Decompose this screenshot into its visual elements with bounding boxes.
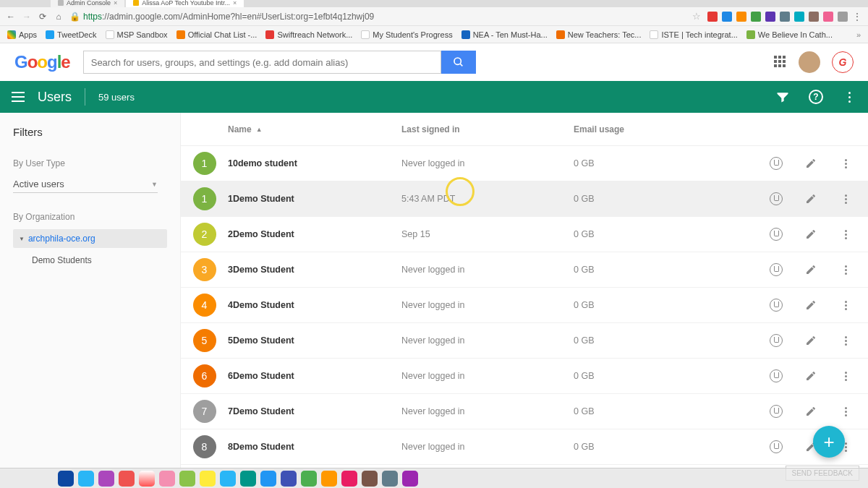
dock-app-icon[interactable] — [321, 471, 337, 487]
bookmark-item[interactable]: New Teachers: Tec... — [556, 30, 642, 39]
dock-app-icon[interactable] — [139, 471, 155, 487]
table-row[interactable]: 3 3Demo Student Never logged in 0 GB — [181, 252, 868, 288]
dock-app-icon[interactable] — [78, 471, 94, 487]
bookmark-item[interactable]: MSP Sandbox — [106, 30, 168, 39]
reset-password-icon[interactable] — [770, 369, 783, 382]
chrome-menu-icon[interactable]: ⋮ — [852, 12, 862, 22]
dock-app-icon[interactable] — [362, 471, 378, 487]
reload-icon[interactable]: ⟳ — [38, 12, 48, 22]
search-input[interactable] — [83, 51, 441, 74]
dock-app-icon[interactable] — [382, 471, 398, 487]
table-row[interactable]: 4 4Demo Student Never logged in 0 GB — [181, 288, 868, 323]
edit-icon[interactable] — [804, 263, 817, 276]
dock-app-icon[interactable] — [240, 471, 256, 487]
google-logo[interactable]: Google — [14, 52, 70, 72]
reset-password-icon[interactable] — [770, 299, 783, 312]
table-row[interactable]: 7 7Demo Student Never logged in 0 GB — [181, 394, 868, 429]
email-usage: 0 GB — [574, 158, 747, 168]
edit-icon[interactable] — [804, 334, 817, 347]
url-field[interactable]: 🔒https://admin.google.com/AdminHome?hl=e… — [69, 12, 686, 22]
bookmarks-overflow-icon[interactable]: » — [856, 30, 861, 39]
table-row[interactable]: 1 10demo student Never logged in 0 GB — [181, 146, 868, 181]
reset-password-icon[interactable] — [770, 334, 783, 347]
edit-icon[interactable] — [804, 228, 817, 241]
dock-app-icon[interactable] — [119, 471, 135, 487]
column-name[interactable]: Name▲ — [228, 124, 401, 134]
last-signed-in: Never logged in — [401, 158, 574, 168]
dock-app-icon[interactable] — [402, 471, 418, 487]
menu-icon[interactable] — [12, 92, 25, 102]
bookmark-item[interactable]: Swiftreach Network... — [265, 30, 352, 39]
dock-app-icon[interactable] — [159, 471, 175, 487]
bookmark-item[interactable]: NEA - Ten Must-Ha... — [461, 30, 548, 39]
dock-app-icon[interactable] — [341, 471, 357, 487]
reset-password-icon[interactable] — [770, 228, 783, 241]
table-row[interactable]: 1 1Demo Student 5:43 AM PDT 0 GB — [181, 181, 868, 217]
dock-app-icon[interactable] — [200, 471, 216, 487]
apps-icon[interactable] — [774, 56, 787, 69]
close-icon[interactable]: × — [233, 0, 237, 7]
user-avatar: 8 — [193, 435, 216, 458]
avatar[interactable] — [799, 51, 820, 73]
edit-icon[interactable] — [804, 405, 817, 418]
dock-app-icon[interactable] — [301, 471, 317, 487]
bookmark-item[interactable]: Apps — [7, 30, 37, 39]
more-icon[interactable] — [839, 405, 852, 418]
edit-icon[interactable] — [804, 369, 817, 382]
bookmark-item[interactable]: My Student's Progress — [361, 30, 452, 39]
bookmark-item[interactable]: TweetDeck — [46, 30, 96, 39]
account-switcher-icon[interactable]: G — [832, 51, 854, 73]
forward-icon[interactable]: → — [22, 12, 32, 22]
more-icon[interactable] — [842, 90, 856, 104]
column-email-usage[interactable]: Email usage — [574, 124, 868, 134]
bookmarks-bar: Apps TweetDeck MSP Sandbox Official Chat… — [0, 26, 868, 43]
more-icon[interactable] — [839, 263, 852, 276]
close-icon[interactable]: × — [114, 0, 117, 7]
org-child[interactable]: Demo Students — [13, 251, 167, 270]
dock-app-icon[interactable] — [179, 471, 195, 487]
more-icon[interactable] — [839, 299, 852, 312]
column-last-signed-in[interactable]: Last signed in — [401, 124, 574, 134]
more-icon[interactable] — [839, 334, 852, 347]
browser-tab[interactable]: Alissa AoP Tech Youtube Intr...× — [126, 0, 244, 7]
star-icon[interactable]: ☆ — [692, 12, 702, 22]
table-row[interactable]: 6 6Demo Student Never logged in 0 GB — [181, 359, 868, 394]
reset-password-icon[interactable] — [770, 263, 783, 276]
last-signed-in: Never logged in — [401, 442, 574, 452]
table-row[interactable]: 8 8Demo Student Never logged in 0 GB — [181, 429, 868, 465]
email-usage: 0 GB — [574, 229, 747, 239]
dock-app-icon[interactable] — [98, 471, 114, 487]
bookmark-item[interactable]: Official Chat List -... — [176, 30, 258, 39]
bookmark-item[interactable]: We Believe In Cath... — [746, 30, 833, 39]
dock-app-icon[interactable] — [260, 471, 276, 487]
org-label: By Organization — [13, 212, 167, 222]
edit-icon[interactable] — [804, 192, 817, 205]
reset-password-icon[interactable] — [770, 440, 783, 453]
user-avatar: 1 — [193, 187, 216, 210]
home-icon[interactable]: ⌂ — [54, 12, 64, 22]
more-icon[interactable] — [839, 369, 852, 382]
edit-icon[interactable] — [804, 299, 817, 312]
dock-app-icon[interactable] — [281, 471, 297, 487]
table-row[interactable]: 2 2Demo Student Sep 15 0 GB — [181, 217, 868, 252]
bookmark-item[interactable]: ISTE | Tech integrat... — [650, 30, 737, 39]
filter-icon[interactable] — [775, 90, 790, 104]
back-icon[interactable]: ← — [6, 12, 16, 22]
reset-password-icon[interactable] — [770, 157, 783, 170]
user-count: 59 users — [98, 92, 135, 103]
more-icon[interactable] — [839, 192, 852, 205]
browser-tab[interactable]: Admin Console× — [51, 0, 124, 7]
table-row[interactable]: 5 5Demo Student Never logged in 0 GB — [181, 323, 868, 359]
help-icon[interactable]: ? — [809, 90, 823, 104]
dock-app-icon[interactable] — [58, 471, 74, 487]
reset-password-icon[interactable] — [770, 192, 783, 205]
more-icon[interactable] — [839, 228, 852, 241]
org-root[interactable]: ▼ archphila-oce.org — [13, 229, 167, 248]
add-user-button[interactable]: + — [813, 426, 845, 458]
reset-password-icon[interactable] — [770, 405, 783, 418]
more-icon[interactable] — [839, 157, 852, 170]
user-type-select[interactable]: Active users▼ — [13, 176, 158, 193]
search-button[interactable] — [441, 51, 476, 74]
edit-icon[interactable] — [804, 157, 817, 170]
dock-app-icon[interactable] — [220, 471, 236, 487]
